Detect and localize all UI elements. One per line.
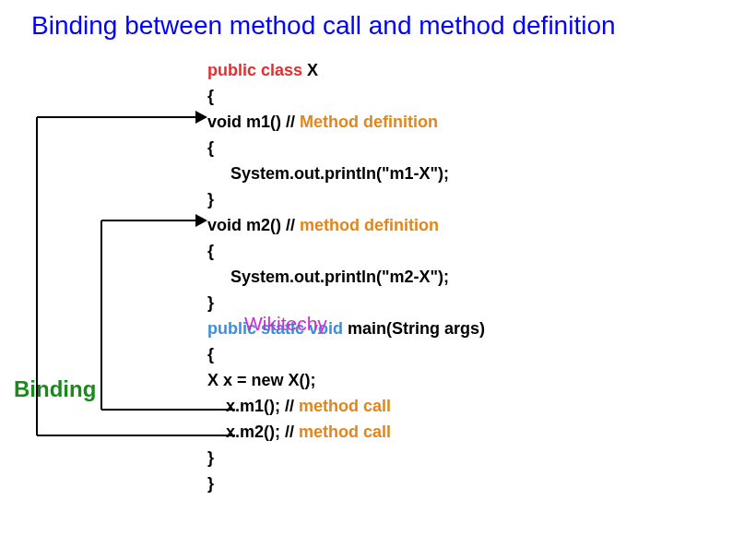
code-block: public class X { void m1() // Method def… <box>207 57 485 496</box>
closing-brace-main: } <box>207 448 214 467</box>
m1-body: System.out.println("m1-X"); <box>230 164 449 183</box>
code-line-m2-body: System.out.println("m2-X"); <box>207 264 485 290</box>
code-line-brace: { <box>207 238 485 264</box>
code-line-brace: { <box>207 135 485 161</box>
code-line-brace: } <box>207 186 485 212</box>
watermark: Wikitechy <box>244 313 327 335</box>
code-line-brace: { <box>207 83 485 109</box>
arrow-to-m1 <box>195 111 207 124</box>
comment-slash: // <box>286 216 295 234</box>
code-line-class: public class X <box>207 57 485 83</box>
code-line-brace: } <box>207 471 485 496</box>
comment-slash: // <box>285 397 294 415</box>
comment-method-def1: Method definition <box>295 113 438 131</box>
m1-signature: void m1() <box>207 113 286 131</box>
code-line-brace: } <box>207 290 485 316</box>
diagram-title: Binding between method call and method d… <box>31 11 616 41</box>
closing-brace-class: } <box>207 474 214 493</box>
code-line-m2-sig: void m2() // method definition <box>207 212 485 238</box>
code-line-call-m2: x.m2(); // method call <box>207 419 485 445</box>
call-m2: x.m2(); <box>226 423 285 441</box>
call-m1: x.m1(); <box>226 397 285 415</box>
main-signature: main(String args) <box>348 319 485 338</box>
comment-slash: // <box>286 113 295 131</box>
code-line-m1-sig: void m1() // Method definition <box>207 109 485 135</box>
arrow-to-m2 <box>195 214 207 227</box>
comment-slash: // <box>285 423 294 441</box>
code-line-m1-body: System.out.println("m1-X"); <box>207 161 485 186</box>
m2-signature: void m2() <box>207 216 286 234</box>
comment-method-def2: method definition <box>295 216 439 234</box>
code-line-brace: { <box>207 341 485 367</box>
code-line-brace: } <box>207 445 485 471</box>
code-line-call-m1: x.m1(); // method call <box>207 393 485 419</box>
class-name: X <box>307 61 318 79</box>
binding-label: Binding <box>14 376 96 402</box>
code-line-new: X x = new X(); <box>207 367 485 393</box>
comment-method-call2: method call <box>294 423 391 441</box>
comment-method-call1: method call <box>294 397 391 415</box>
m2-body: System.out.println("m2-X"); <box>230 268 449 286</box>
keyword-public-class: public class <box>207 61 307 79</box>
new-instance: X x = new X(); <box>207 371 316 389</box>
